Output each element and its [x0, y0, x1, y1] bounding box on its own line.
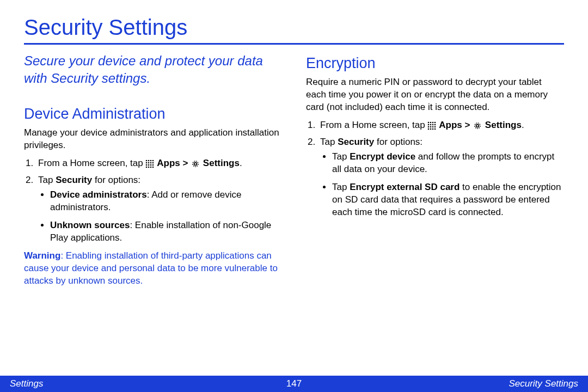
svg-point-0 [146, 160, 148, 161]
svg-point-32 [432, 128, 434, 130]
option-device-administrators: Device administrators: Add or remove dev… [50, 189, 282, 214]
settings-label: Settings [203, 158, 240, 168]
title-rule [24, 43, 564, 45]
step-home-suffix: . [522, 120, 524, 130]
device-admin-desc: Manage your device administrators and ap… [24, 127, 282, 152]
svg-point-23 [430, 124, 432, 125]
step-security-prefix: Tap [320, 137, 338, 147]
svg-point-6 [150, 162, 152, 163]
device-admin-options: Device administrators: Add or remove dev… [38, 189, 282, 244]
step-security-bold: Security [338, 137, 374, 147]
svg-point-27 [430, 126, 432, 127]
opt-bold: Encrypt device [350, 151, 415, 162]
encryption-heading: Encryption [306, 53, 564, 73]
svg-point-26 [428, 126, 430, 127]
warning-rest: : Enabling installation of third-party a… [24, 250, 278, 286]
svg-point-15 [152, 166, 154, 168]
page-title: Security Settings [24, 15, 564, 40]
svg-point-25 [434, 124, 436, 125]
settings-label: Settings [485, 120, 522, 130]
step-security: Tap Security for options: Tap Encrypt de… [318, 136, 564, 219]
svg-point-24 [432, 124, 434, 125]
warning-bold: Warning [24, 250, 60, 261]
apps-label: Apps [439, 120, 462, 130]
svg-point-9 [148, 164, 150, 166]
content-columns: Secure your device and protect your data… [24, 52, 564, 287]
step-security-suffix: for options: [92, 175, 140, 185]
option-encrypt-device: Tap Encrypt device and follow the prompt… [332, 151, 564, 176]
svg-point-10 [150, 164, 152, 166]
svg-point-13 [148, 166, 150, 168]
svg-point-31 [430, 128, 432, 130]
step-home: From a Home screen, tap Apps > Settings. [318, 119, 564, 132]
svg-point-12 [146, 166, 148, 168]
encryption-desc: Require a numeric PIN or password to dec… [306, 76, 564, 114]
right-column: Encryption Require a numeric PIN or pass… [306, 52, 564, 287]
opt-bold: Device administrators [50, 189, 147, 200]
device-admin-heading: Device Administration [24, 104, 282, 124]
svg-point-34 [475, 123, 480, 128]
svg-point-19 [430, 121, 432, 123]
option-unknown-sources: Unknown sources: Enable installation of … [50, 219, 282, 244]
svg-point-7 [152, 162, 154, 163]
step-security-bold: Security [56, 175, 92, 185]
svg-point-21 [434, 121, 436, 123]
page-footer: Settings 147 Security Settings [0, 376, 588, 392]
svg-point-33 [434, 128, 436, 130]
step-home: From a Home screen, tap Apps > Settings. [36, 157, 282, 170]
svg-point-29 [434, 126, 436, 127]
step-home-prefix: From a Home screen, tap [38, 158, 143, 168]
option-encrypt-sd: Tap Encrypt external SD card to enable t… [332, 181, 564, 219]
svg-point-4 [146, 162, 148, 163]
svg-point-5 [148, 162, 150, 163]
intro-text: Secure your device and protect your data… [24, 52, 282, 88]
encryption-options: Tap Encrypt device and follow the prompt… [320, 151, 564, 219]
svg-point-18 [428, 121, 430, 123]
apps-grid-icon [145, 160, 154, 168]
svg-point-20 [432, 121, 434, 123]
step-security-suffix: for options: [374, 137, 422, 147]
opt-prefix: Tap [332, 151, 350, 162]
svg-point-1 [148, 160, 150, 161]
footer-left: Settings [10, 378, 43, 389]
apps-grid-icon [427, 121, 436, 130]
footer-page-number: 147 [286, 378, 302, 389]
svg-point-14 [150, 166, 152, 168]
opt-bold: Unknown sources [50, 220, 130, 230]
svg-point-11 [152, 164, 154, 166]
nav-gt: > [464, 120, 470, 130]
step-security-prefix: Tap [38, 175, 56, 185]
left-column: Secure your device and protect your data… [24, 52, 282, 287]
svg-point-3 [152, 160, 154, 161]
step-security: Tap Security for options: Device adminis… [36, 174, 282, 244]
step-home-prefix: From a Home screen, tap [320, 120, 425, 130]
step-home-suffix: . [240, 158, 242, 168]
footer-right: Security Settings [509, 378, 578, 389]
svg-point-8 [146, 164, 148, 166]
svg-point-35 [476, 124, 479, 127]
opt-prefix: Tap [332, 182, 350, 192]
settings-gear-icon [191, 159, 200, 169]
warning-text: Warning: Enabling installation of third-… [24, 250, 282, 287]
svg-point-17 [194, 162, 197, 165]
settings-gear-icon [473, 121, 482, 131]
encryption-steps: From a Home screen, tap Apps > Settings.… [306, 119, 564, 219]
device-admin-steps: From a Home screen, tap Apps > Settings.… [24, 157, 282, 244]
svg-point-16 [193, 161, 198, 167]
svg-point-28 [432, 126, 434, 127]
nav-gt: > [182, 158, 188, 168]
svg-point-22 [428, 124, 430, 125]
opt-bold: Encrypt external SD card [350, 182, 460, 192]
apps-label: Apps [157, 158, 180, 168]
svg-point-30 [428, 128, 430, 130]
svg-point-2 [150, 160, 152, 161]
